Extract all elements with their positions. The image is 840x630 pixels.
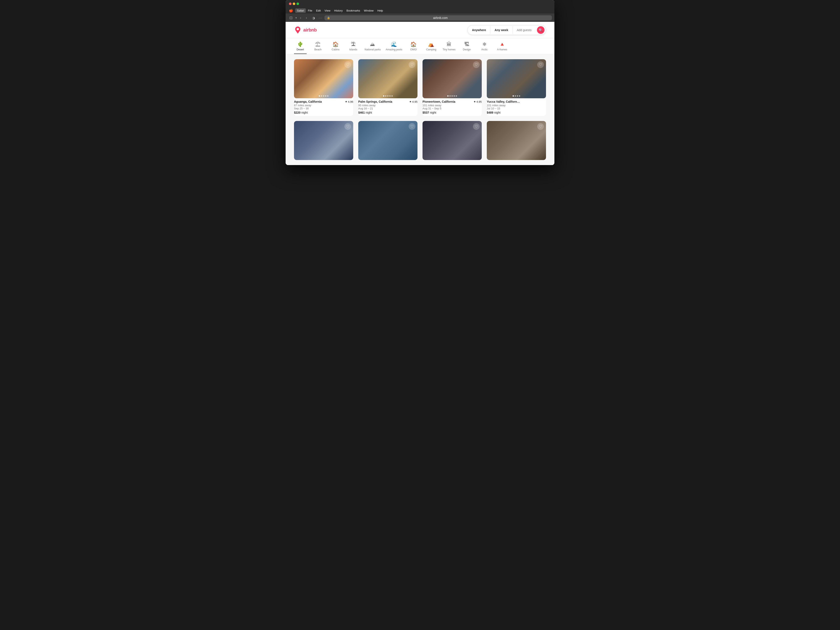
search-anywhere[interactable]: Anywhere <box>468 26 490 34</box>
airbnb-page: airbnb Anywhere Any week Add guests 🔍 🌵 … <box>286 22 554 165</box>
dot-5 <box>456 95 457 96</box>
back-button[interactable]: ‹ <box>299 16 302 20</box>
category-arctic-label: Arctic <box>481 48 488 51</box>
listing-card-pioneertown[interactable]: ♡ Pioneertown, California ★ 4.9 <box>423 59 482 116</box>
wishlist-button-palmsprings[interactable]: ♡ <box>409 61 415 68</box>
menubar-help[interactable]: Help <box>376 8 385 13</box>
category-national-parks-label: National parks <box>365 48 381 51</box>
category-national-parks[interactable]: ⛰ National parks <box>365 42 381 54</box>
category-tiny-homes[interactable]: 🏛 Tiny homes <box>442 42 455 54</box>
listing-card-yucca[interactable]: ♡ Yucca Valley, Californ… 101 miles away… <box>487 59 546 116</box>
search-button[interactable]: 🔍 <box>537 26 545 34</box>
theme-toggle[interactable]: ◑ <box>310 16 317 20</box>
wishlist-button-b3[interactable]: ♡ <box>473 123 480 130</box>
close-button[interactable] <box>289 3 292 5</box>
category-islands[interactable]: 🏝 Islands <box>347 42 360 54</box>
menubar-file[interactable]: File <box>306 8 314 13</box>
dot-1 <box>319 95 320 96</box>
cabins-icon: 🏠 <box>332 42 339 47</box>
listing-image-b1: ♡ <box>294 121 353 160</box>
listing-row1-aguanga: Aguanga, California ★ 4.96 <box>294 100 353 103</box>
menubar-edit[interactable]: Edit <box>314 8 322 13</box>
category-omg[interactable]: 🏠 OMG! <box>407 42 420 54</box>
url-text[interactable]: airbnb.com <box>332 16 549 19</box>
wishlist-button-b1[interactable]: ♡ <box>344 123 351 130</box>
category-beach-label: Beach <box>314 48 322 51</box>
listing-location-pioneertown: Pioneertown, California <box>423 100 455 103</box>
menubar-bookmarks[interactable]: Bookmarks <box>345 8 362 13</box>
listing-row1-pioneertown: Pioneertown, California ★ 4.95 <box>423 100 482 103</box>
minimize-button[interactable] <box>293 3 295 5</box>
wishlist-button-yucca[interactable]: ♡ <box>537 61 544 68</box>
dot-1 <box>447 95 448 96</box>
category-desert[interactable]: 🌵 Desert <box>294 42 306 54</box>
menubar-window[interactable]: Window <box>362 8 375 13</box>
listing-rating-pioneertown: ★ 4.95 <box>474 100 482 103</box>
category-camping[interactable]: ⛺ Camping <box>425 42 437 54</box>
dot-2 <box>385 95 387 96</box>
sidebar-toggle-icon[interactable]: ⊡ <box>288 15 294 21</box>
listing-card-b4[interactable]: ♡ <box>487 121 546 160</box>
dot-3 <box>452 95 453 96</box>
star-icon: ★ <box>345 100 347 103</box>
dot-1 <box>513 95 514 96</box>
category-arctic[interactable]: ❄ Arctic <box>478 42 491 54</box>
search-add-guests[interactable]: Add guests <box>513 26 536 34</box>
titlebar <box>286 0 554 8</box>
wishlist-button-pioneertown[interactable]: ♡ <box>473 61 480 68</box>
apple-menu[interactable]: 🍎 <box>289 9 293 13</box>
listing-card-b3[interactable]: ♡ <box>423 121 482 160</box>
category-a-frames-label: A-frames <box>497 48 507 51</box>
listing-card-b1[interactable]: ♡ <box>294 121 353 160</box>
listings-grid: ♡ Aguanga, California ★ 4.96 <box>286 54 554 121</box>
search-any-week[interactable]: Any week <box>490 26 513 34</box>
chevron-down-icon[interactable]: ▾ <box>295 16 297 19</box>
menubar-safari[interactable]: Safari <box>295 8 306 13</box>
more-options-icon[interactable]: ··· <box>319 16 322 19</box>
listing-distance-aguanga: 87 miles away <box>294 104 353 107</box>
listing-image-palmsprings: ♡ <box>358 59 417 98</box>
category-amazing-pools-label: Amazing pools <box>386 48 403 51</box>
airbnb-brand-text: airbnb <box>303 27 317 33</box>
wishlist-button-b4[interactable]: ♡ <box>537 123 544 130</box>
wishlist-button-aguanga[interactable]: ♡ <box>344 61 351 68</box>
dot-1 <box>383 95 384 96</box>
traffic-lights <box>289 3 299 5</box>
dot-3 <box>323 95 324 96</box>
dot-3 <box>517 95 518 96</box>
listing-info-yucca: Yucca Valley, Californ… 101 miles away J… <box>487 98 546 116</box>
category-design[interactable]: 🏗 Design <box>461 42 473 54</box>
listing-info-palmsprings: Palm Springs, California ★ 4.95 95 miles… <box>358 98 417 116</box>
desert-icon: 🌵 <box>297 42 303 47</box>
category-beach[interactable]: ⛱ Beach <box>312 42 324 54</box>
search-icon: 🔍 <box>538 28 543 32</box>
listing-image-b4: ♡ <box>487 121 546 160</box>
listing-info-pioneertown: Pioneertown, California ★ 4.95 101 miles… <box>423 98 482 116</box>
listing-image-b2: ♡ <box>358 121 417 160</box>
category-amazing-pools[interactable]: 🌊 Amazing pools <box>386 42 403 54</box>
listing-card-aguanga[interactable]: ♡ Aguanga, California ★ 4.96 <box>294 59 353 116</box>
menubar-view[interactable]: View <box>323 8 332 13</box>
maximize-button[interactable] <box>297 3 299 5</box>
category-a-frames[interactable]: 🔺 A-frames <box>496 42 508 54</box>
listing-card-palmsprings[interactable]: ♡ Palm Springs, California ★ 4. <box>358 59 417 116</box>
listing-dates-palmsprings: Aug 16 – 21 <box>358 107 417 110</box>
address-bar[interactable]: 🔒 airbnb.com <box>324 15 552 21</box>
camping-icon: ⛺ <box>428 42 434 47</box>
listing-info-aguanga: Aguanga, California ★ 4.96 87 miles away… <box>294 98 353 116</box>
star-icon: ★ <box>474 100 476 103</box>
dot-5 <box>392 95 393 96</box>
menubar-history[interactable]: History <box>332 8 344 13</box>
beach-icon: ⛱ <box>316 42 321 47</box>
listing-price-yucca: $489 night <box>487 111 546 114</box>
listing-card-b2[interactable]: ♡ <box>358 121 417 160</box>
airbnb-logo[interactable]: airbnb <box>294 26 317 34</box>
category-design-label: Design <box>463 48 471 51</box>
forward-button[interactable]: › <box>305 16 308 20</box>
listing-dates-pioneertown: Aug 31 – Sep 5 <box>423 107 482 110</box>
browser-toolbar: ⊡ ▾ ‹ › ◑ ··· 🔒 airbnb.com <box>286 14 554 22</box>
category-omg-label: OMG! <box>410 48 417 51</box>
category-cabins[interactable]: 🏠 Cabins <box>329 42 342 54</box>
wishlist-button-b2[interactable]: ♡ <box>409 123 415 130</box>
category-tiny-homes-label: Tiny homes <box>442 48 455 51</box>
